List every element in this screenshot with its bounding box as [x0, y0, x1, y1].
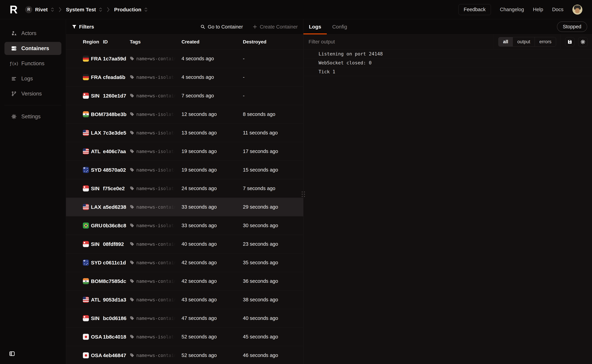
- tag-text: name=ws-isolate: [136, 223, 177, 228]
- tag-icon: [130, 335, 134, 339]
- region-flag-icon: [83, 260, 89, 266]
- sidebar-item-label: Versions: [21, 91, 42, 97]
- sidebar-item-versions[interactable]: Versions: [5, 87, 61, 100]
- table-row[interactable]: FRA 1c7aa59d name=ws-container 4 seconds…: [66, 49, 303, 68]
- container-id: 08fdf892: [103, 241, 130, 247]
- sidebar-item-functions[interactable]: ƒ(x) Functions: [5, 57, 61, 70]
- region-code: FRA: [91, 74, 102, 80]
- topbar-right: Feedback Changelog Help Docs: [459, 4, 592, 15]
- created-time: 7 seconds ago: [181, 93, 243, 98]
- tags-cell: name=ws-isolate: [130, 75, 181, 80]
- help-link[interactable]: Help: [533, 7, 543, 12]
- destroyed-time: -: [243, 56, 303, 61]
- breadcrumb-project[interactable]: System Test: [65, 5, 104, 14]
- table-row[interactable]: SIN 1260e1d7 name=ws-container 7 seconds…: [66, 86, 303, 105]
- table-row[interactable]: OSA 4eb46847 name=ws-container 52 second…: [66, 346, 303, 364]
- filters-label: Filters: [79, 24, 94, 30]
- user-avatar[interactable]: [572, 5, 582, 15]
- region-cell: OSA: [83, 334, 103, 340]
- table-row[interactable]: OSA 1b8c4018 name=ws-isolate 52 seconds …: [66, 328, 303, 346]
- tab-logs[interactable]: Logs: [303, 19, 327, 34]
- go-to-container-label: Go to Container: [208, 24, 243, 30]
- log-settings-button[interactable]: [578, 37, 587, 46]
- region-code: FRA: [91, 56, 102, 62]
- rivet-logo[interactable]: R: [10, 4, 17, 15]
- table-row[interactable]: ATL 9053d1a3 name=ws-container 43 second…: [66, 291, 303, 309]
- container-id: 48570a02: [103, 167, 130, 173]
- tag-text: name=ws-container: [136, 93, 178, 98]
- tag-text: name=ws-isolate: [136, 75, 177, 80]
- table-row[interactable]: SYD 48570a02 name=ws-isolate 19 seconds …: [66, 161, 303, 179]
- sidebar-item-label: Settings: [21, 113, 40, 120]
- breadcrumb-project-label: System Test: [66, 7, 96, 13]
- logs-panel: Logs Config Stopped all output errors: [303, 19, 592, 364]
- go-to-container-button[interactable]: Go to Container: [200, 24, 244, 30]
- table-row[interactable]: LAX a5ed6238 name=ws-container 33 second…: [66, 198, 303, 216]
- container-id: f75ce0e2: [103, 186, 130, 191]
- sidebar-item-logs[interactable]: Logs: [5, 72, 61, 85]
- log-line: Tick 1: [303, 67, 592, 76]
- rivet-app: R R Rivet System Test Production: [0, 0, 592, 364]
- feedback-button[interactable]: Feedback: [459, 4, 491, 15]
- region-code: SIN: [91, 186, 100, 191]
- sidebar-item-label: Functions: [21, 60, 44, 67]
- table-row[interactable]: GRU 0b36c8c8 name=ws-isolate 33 seconds …: [66, 216, 303, 235]
- region-cell: LAX: [83, 130, 103, 136]
- tag-icon: [130, 168, 134, 172]
- sidebar: Actors Containers ƒ(x) Functions Logs: [0, 19, 66, 364]
- tab-config[interactable]: Config: [327, 19, 353, 34]
- table-row[interactable]: SIN 08fdf892 name=ws-container 40 second…: [66, 235, 303, 254]
- table-body: FRA 1c7aa59d name=ws-container 4 seconds…: [66, 49, 303, 364]
- create-container-button[interactable]: Create Container: [252, 24, 299, 30]
- created-time: 40 seconds ago: [181, 241, 243, 247]
- table-row[interactable]: ATL e406c7aa name=ws-isolate 19 seconds …: [66, 142, 303, 161]
- table-row[interactable]: BOM 8c7585dc name=ws-container 42 second…: [66, 272, 303, 291]
- tag-icon: [130, 75, 134, 79]
- table-row[interactable]: FRA cfeada6b name=ws-isolate 4 seconds a…: [66, 68, 303, 86]
- containers-icon: [11, 46, 17, 51]
- table-row[interactable]: SYD c0611c1d name=ws-container 42 second…: [66, 254, 303, 272]
- created-time: 33 seconds ago: [181, 223, 243, 228]
- container-id: a5ed6238: [103, 204, 130, 210]
- sidebar-item-containers[interactable]: Containers: [5, 42, 61, 55]
- log-filter-all[interactable]: all: [499, 37, 512, 46]
- changelog-link[interactable]: Changelog: [500, 7, 524, 12]
- table-row[interactable]: SIN f75ce0e2 name=ws-isolate 24 seconds …: [66, 179, 303, 198]
- destroyed-time: 15 seconds ago: [243, 167, 303, 173]
- region-flag-icon: [83, 334, 89, 340]
- sidebar-item-actors[interactable]: Actors: [5, 27, 61, 40]
- tag-icon: [130, 353, 134, 358]
- panel-resize-handle[interactable]: [301, 190, 306, 198]
- created-time: 4 seconds ago: [181, 56, 243, 61]
- breadcrumb-environment[interactable]: Production: [113, 5, 149, 14]
- container-id: 1b8c4018: [103, 334, 130, 340]
- containers-panel: Filters Go to Container Create Container…: [66, 19, 303, 364]
- breadcrumb-org[interactable]: R Rivet: [24, 5, 55, 15]
- tags-cell: name=ws-isolate: [130, 334, 181, 339]
- log-filter-errors[interactable]: errors: [535, 37, 556, 46]
- table-row[interactable]: SIN bc0d6186 name=ws-container 47 second…: [66, 309, 303, 328]
- container-id: 7348be3b: [103, 111, 130, 117]
- container-id: 0b36c8c8: [103, 223, 130, 228]
- logs-tabs-row: Logs Config Stopped: [303, 19, 592, 34]
- region-flag-icon: [83, 148, 89, 154]
- created-time: 13 seconds ago: [181, 130, 243, 136]
- sidebar-item-settings[interactable]: Settings: [5, 110, 61, 123]
- filter-output-input[interactable]: [303, 34, 494, 49]
- log-text: Tick 1: [319, 69, 335, 74]
- table-row[interactable]: LAX 7c3e3de5 name=ws-isolate 13 seconds …: [66, 124, 303, 142]
- filters-button[interactable]: Filters: [71, 24, 95, 30]
- log-filter-output[interactable]: output: [512, 37, 535, 46]
- region-cell: BOM: [83, 278, 103, 284]
- tag-text: name=ws-container: [136, 204, 178, 210]
- container-id: bc0d6186: [103, 315, 130, 321]
- table-row[interactable]: BOM 7348be3b name=ws-isolate 12 seconds …: [66, 105, 303, 124]
- docs-link[interactable]: Docs: [552, 7, 564, 12]
- plus-icon: [253, 24, 257, 29]
- save-logs-button[interactable]: [565, 37, 574, 46]
- top-bar: R R Rivet System Test Production: [0, 0, 592, 19]
- region-code: BOM: [91, 278, 103, 284]
- sidebar-collapse-button[interactable]: [9, 351, 15, 357]
- column-header-tags: Tags: [130, 39, 181, 45]
- region-flag-icon: [83, 352, 89, 358]
